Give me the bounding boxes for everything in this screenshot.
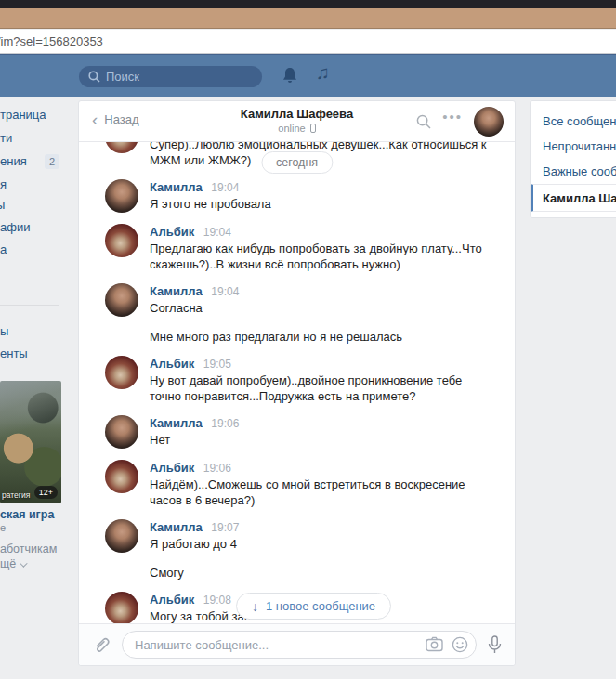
microphone-icon[interactable] [488,635,502,655]
messages-unread-badge: 2 [45,154,59,169]
ad-age-badge: 12+ [34,486,58,499]
vk-top-header: Поиск ♫ [0,54,616,97]
emoji-icon[interactable] [452,636,468,653]
address-bar[interactable]: /im?sel=156820353 [0,30,616,54]
chat-search-icon[interactable] [416,114,431,129]
message-author[interactable]: Альбик [150,225,194,239]
url-text: /im?sel=156820353 [0,30,103,53]
message-author[interactable]: Камилла [150,180,203,194]
music-icon[interactable]: ♫ [316,62,330,84]
message-author[interactable]: Альбик [150,593,194,607]
sidebar-item-documents[interactable]: енты [0,346,28,360]
sidebar-item-music[interactable]: а [0,242,7,256]
message-text: Смогу [150,565,239,581]
message-time: 19:07 [211,521,239,534]
sidebar-item-groups[interactable]: ы [0,198,5,212]
sidebar-item-photos[interactable]: афии [0,220,30,234]
search-icon [88,71,100,83]
chat-peer-avatar[interactable] [474,107,504,137]
message-time: 19:08 [203,594,231,607]
chat-menu-icon[interactable]: ••• [442,109,463,124]
message-author[interactable]: Камилла [150,284,203,298]
filter-all-messages[interactable]: Все сообщения [531,109,616,134]
message-input[interactable] [122,631,477,659]
message-text: Нет [150,432,239,448]
sidebar-item-news[interactable]: ти [0,131,12,145]
chat-window: ‹Назад Камилла Шафеева online ••• сегодн… [78,100,516,666]
avatar[interactable] [105,519,138,553]
avatar[interactable] [105,356,138,389]
message-text: Найдём)...Сможешь со мной встретиться в … [150,477,492,508]
mobile-phone-icon [310,124,316,133]
avatar[interactable] [105,283,138,317]
message-text: Согласна [150,300,402,316]
messages-filter-panel: Все сообщения Непрочитанные Важные сообщ… [530,100,616,218]
message-time: 19:04 [203,226,231,239]
window-title-bar [0,0,616,8]
message-row: Камилла 19:04 Я этого не пробовала [79,179,515,213]
avatar[interactable] [105,592,138,624]
date-divider: сегодня [261,151,333,174]
notifications-bell-icon[interactable] [282,67,298,85]
sidebar-item-messages[interactable]: ения [0,154,27,168]
arrow-down-icon: ↓ [252,599,258,614]
avatar[interactable] [105,179,138,213]
message-composer [79,623,515,665]
message-list[interactable]: сегодня Альбик Супер)..Люблю эмоциональн… [79,142,515,624]
avatar[interactable] [105,142,138,153]
message-time: 19:04 [211,181,239,194]
avatar[interactable] [105,460,138,493]
message-row: Камилла 19:06 Нет [79,415,515,449]
message-row: Альбик 19:06 Найдём)...Сможешь со мной в… [79,460,515,508]
avatar[interactable] [105,415,138,449]
message-text: Я работаю до 4 [150,536,239,552]
ad-title-link[interactable]: ская игра [0,508,54,521]
message-row: Камилла 19:04 СогласнаМне много раз пред… [79,283,515,345]
message-time: 19:06 [211,417,239,430]
chevron-down-icon [20,559,27,567]
message-time: 19:05 [203,358,231,371]
sidebar-item-goods[interactable]: ы [0,324,8,338]
message-text: Могу за тобой зае [150,608,251,624]
message-text: Предлагаю как нибудь попробовать за двой… [150,241,492,272]
browser-toolbar [0,8,616,29]
sidebar-item-friends[interactable]: я [0,177,7,191]
message-text: Я этого не пробовала [150,196,271,212]
message-text: Мне много раз предлагали но я не решалас… [150,329,402,345]
message-row: Камилла 19:07 Я работаю до 4Смогу [79,519,515,581]
camera-icon[interactable] [426,636,443,652]
message-author[interactable]: Альбик [150,461,194,475]
footer-developers-link[interactable]: аботчикам [0,542,57,555]
message-author[interactable]: Камилла [150,520,203,534]
message-author[interactable]: Альбик [150,357,194,371]
filter-unread[interactable]: Непрочитанные [531,134,616,159]
sidebar-divider [0,305,59,306]
header-search-input[interactable]: Поиск [79,66,262,87]
attach-icon[interactable] [92,635,111,654]
message-text: Ну вот давай попробуем)..двойное проникн… [150,372,492,404]
message-author[interactable]: Камилла [150,416,203,430]
chat-header: ‹Назад Камилла Шафеева online ••• [79,101,515,142]
footer-more-link[interactable]: щё [0,557,25,570]
new-message-button[interactable]: ↓ 1 новое сообщение [236,593,391,620]
ad-image[interactable]: ратегия 12+ [0,381,61,503]
message-time: 19:04 [211,285,239,298]
message-row: Альбик 19:05 Ну вот давай попробуем)..дв… [79,356,515,404]
search-placeholder: Поиск [106,70,139,84]
message-time: 19:06 [203,462,231,475]
sidebar-item-my-page[interactable]: траница [0,108,46,122]
filter-important[interactable]: Важные сообщения [531,159,616,184]
active-chat-item[interactable]: Камилла Шафеева [531,184,616,212]
avatar[interactable] [105,224,138,257]
message-row: Альбик 19:04 Предлагаю как нибудь попроб… [79,224,515,272]
ad-subtitle: е [0,522,6,533]
ad-image-caption: ратегия [2,490,30,500]
